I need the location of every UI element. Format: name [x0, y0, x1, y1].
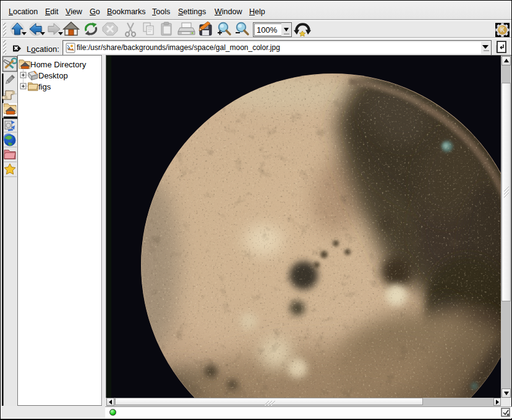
svg-text:K: K — [500, 27, 505, 33]
